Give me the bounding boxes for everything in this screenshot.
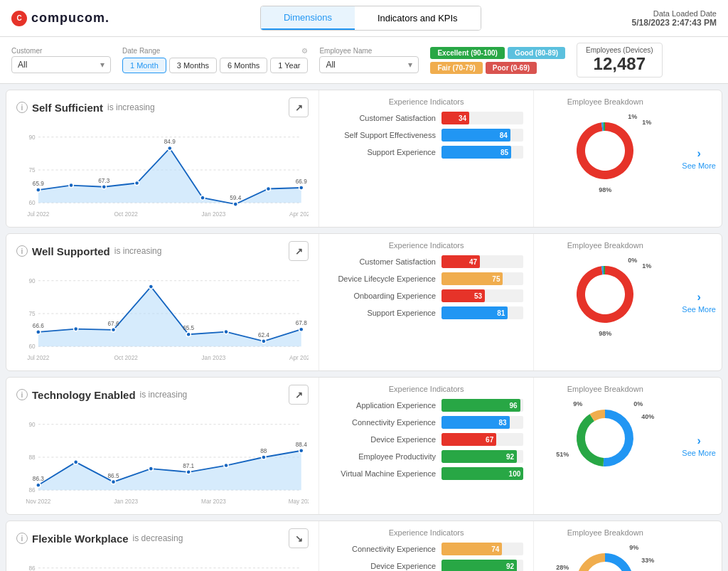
info-icon[interactable]: i	[16, 389, 28, 400]
info-icon[interactable]: i	[16, 245, 28, 257]
svg-text:90: 90	[29, 422, 36, 428]
indicators-well-supported: Experience Indicators Customer Satisfact…	[319, 234, 534, 370]
expand-button[interactable]: ↘	[289, 528, 309, 548]
svg-point-33	[149, 284, 153, 289]
section-trend: is increasing	[107, 102, 155, 112]
date-btn-1month[interactable]: 1 Month	[122, 58, 166, 73]
svg-text:Jan 2023: Jan 2023	[202, 355, 226, 361]
indicators-title: Experience Indicators	[329, 528, 523, 537]
indicator-bar: 92	[441, 450, 517, 463]
info-icon[interactable]: i	[16, 533, 28, 544]
indicator-row: Device Experience 92	[329, 560, 523, 571]
indicator-bar-container: 74	[441, 543, 523, 555]
chevron-down-icon: ▾	[100, 60, 105, 70]
svg-point-8	[102, 185, 106, 189]
indicator-label: Connectivity Experience	[329, 418, 436, 427]
section-trend: is increasing	[114, 246, 162, 256]
employee-filter: Employee Name All ▾	[319, 47, 419, 73]
svg-text:66.9: 66.9	[296, 178, 307, 185]
svg-text:75: 75	[29, 311, 36, 317]
svg-point-59	[262, 455, 266, 459]
date-btn-1year[interactable]: 1 Year	[270, 58, 308, 73]
indicator-row: Employee Productivity 92	[329, 450, 523, 463]
donut-title: Employee Breakdown	[567, 97, 643, 106]
svg-text:67.3: 67.3	[98, 178, 109, 184]
see-more-label: See More	[682, 161, 716, 170]
logo: C compucom.	[11, 11, 109, 26]
indicator-bar-container: 100	[441, 467, 523, 480]
indicator-row: Device Experience 67	[329, 433, 523, 446]
indicator-row: Connectivity Experience 83	[329, 416, 523, 429]
indicator-bar: 34	[441, 112, 469, 124]
indicator-row: Support Experience 81	[329, 306, 523, 319]
see-more-button[interactable]: ›See More	[676, 378, 722, 514]
customer-select[interactable]: All ▾	[11, 56, 111, 73]
svg-text:Oct 2022: Oct 2022	[114, 355, 138, 361]
section-well-supported: i Well Supported is increasing ↗ 607590 …	[6, 233, 722, 371]
section-trend: is decreasing	[133, 533, 183, 543]
data-loaded-info: Data Loaded Date 5/18/2023 2:47:43 PM	[632, 9, 717, 28]
indicator-bar: 81	[441, 306, 508, 319]
svg-text:Oct 2022: Oct 2022	[114, 211, 138, 218]
see-more-label: See More	[682, 305, 716, 314]
expand-button[interactable]: ↗	[289, 241, 309, 261]
chart-self-sufficient: i Self Sufficient is increasing ↗ 607590…	[6, 90, 319, 227]
logo-text: compucom.	[31, 11, 109, 26]
svg-point-34	[186, 332, 191, 336]
svg-point-32	[111, 328, 115, 332]
indicator-label: Application Experience	[329, 401, 436, 410]
employees-box: Employees (Devices) 12,487	[577, 43, 662, 78]
customer-label: Customer	[11, 47, 111, 55]
indicator-bar: 85	[441, 146, 511, 159]
employees-label: Employees (Devices)	[586, 46, 653, 54]
donut-chart: 30% 33% 9% 28%	[566, 543, 644, 571]
svg-point-10	[168, 146, 172, 150]
date-range-filter: Date Range ⚙ 1 Month 3 Months 6 Months 1…	[122, 47, 308, 73]
indicator-bar-container: 84	[441, 129, 523, 142]
donut-chart: 98% 1% 1%	[566, 112, 644, 192]
section-flexible-workplace: i Flexible Workplace is decreasing ↘ 818…	[6, 521, 722, 571]
tab-indicators[interactable]: Indicators and KPIs	[355, 6, 481, 30]
donut-label-top: 9%	[629, 544, 638, 551]
app-header: C compucom. Dimensions Indicators and KP…	[0, 0, 728, 37]
date-btn-3months[interactable]: 3 Months	[169, 58, 217, 73]
date-range-label: Date Range ⚙	[122, 47, 308, 55]
indicator-bar: 84	[441, 129, 510, 142]
svg-point-13	[266, 186, 270, 191]
indicator-bar-container: 96	[441, 399, 523, 412]
chart-well-supported: i Well Supported is increasing ↗ 607590 …	[6, 234, 319, 370]
indicator-row: Connectivity Experience 74	[329, 543, 523, 555]
info-icon[interactable]: i	[16, 102, 28, 113]
legend-good: Good (80-89)	[508, 47, 565, 59]
date-btn-6months[interactable]: 6 Months	[220, 58, 267, 73]
indicator-row: Onboarding Experience 53	[329, 289, 523, 302]
donut-label-topright: 0%	[633, 400, 643, 407]
section-title-text: Flexible Workplace	[32, 533, 129, 545]
legend: Excellent (90-100) Good (80-89) Fair (70…	[430, 47, 565, 74]
indicator-bar: 53	[441, 289, 485, 302]
svg-text:Mar 2023: Mar 2023	[201, 498, 226, 505]
svg-text:75: 75	[29, 167, 36, 174]
nav-tabs: Dimensions Indicators and KPIs	[260, 6, 481, 31]
chart-technology-enabled: i Technology Enabled is increasing ↗ 868…	[6, 378, 319, 514]
indicator-label: Device Lifecycle Experience	[329, 274, 436, 283]
indicator-row: Self Support Effectiveness 84	[329, 129, 523, 142]
svg-text:Jul 2022: Jul 2022	[27, 211, 50, 218]
tab-dimensions[interactable]: Dimensions	[261, 6, 355, 30]
indicator-bar-container: 67	[441, 433, 523, 446]
expand-button[interactable]: ↗	[289, 97, 309, 117]
svg-point-57	[186, 470, 191, 474]
see-more-button[interactable]: ›See More	[676, 90, 722, 227]
indicator-row: Customer Satisfaction 34	[329, 112, 523, 124]
employee-select[interactable]: All ▾	[319, 56, 419, 73]
indicator-label: Customer Satisfaction	[329, 257, 436, 266]
expand-button[interactable]: ↗	[289, 385, 309, 405]
indicator-label: Virtual Machine Experience	[329, 469, 436, 478]
indicator-label: Device Experience	[329, 562, 436, 570]
svg-point-9	[134, 181, 139, 185]
see-more-button[interactable]: ›See More	[676, 234, 722, 370]
svg-point-14	[299, 186, 304, 190]
svg-point-11	[200, 196, 205, 200]
donut-title: Employee Breakdown	[567, 385, 643, 393]
see-more-button[interactable]: ›See More	[676, 521, 722, 571]
